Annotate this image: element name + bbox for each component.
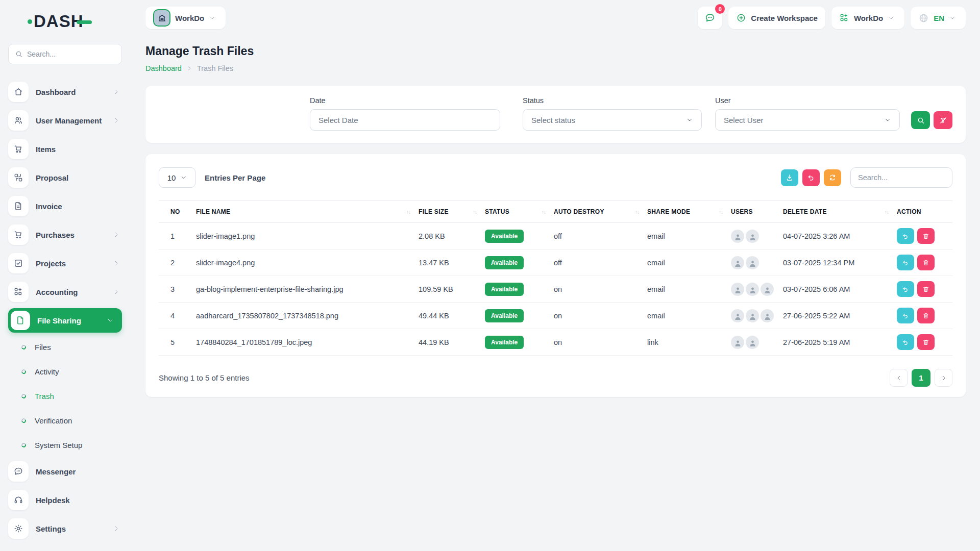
user-avatars [731,309,775,322]
sidebar-item-label: Proposal [36,173,122,182]
entries-per-page-select[interactable]: 10 [159,167,195,188]
globe-icon [918,13,929,23]
table-footer: Showing 1 to 5 of 5 entries 1 [159,369,952,387]
prev-page-button[interactable] [890,369,908,387]
restore-button[interactable] [897,228,914,244]
sidebar-subitem-system-setup[interactable]: System Setup [8,433,122,457]
delete-button[interactable] [917,281,935,297]
chevron-down-icon [888,14,895,21]
chevron-right-icon [113,117,120,124]
table-controls: 10 Entries Per Page [159,167,952,188]
sidebar-subitem-trash[interactable]: Trash [8,384,122,408]
delete-button[interactable] [917,308,935,323]
sidebar-item-label: File Sharing [37,316,100,325]
next-page-button[interactable] [935,369,952,387]
trash-icon [922,259,929,266]
col-file-name[interactable]: FILE NAME↑↓ [192,201,414,223]
cell-file-size: 44.19 KB [414,329,481,356]
app-switcher-button[interactable]: WorkDo [831,7,904,29]
user-select[interactable]: Select User [715,109,900,131]
sidebar-item-label: Messenger [36,467,122,476]
status-badge: Available [485,309,524,322]
status-select[interactable]: Select status [523,109,702,131]
filter-date-group: Date [310,96,500,131]
workspace-name: WorkDo [175,14,204,22]
table-search[interactable] [850,167,952,188]
sidebar-item-proposal[interactable]: Proposal [8,163,122,192]
messenger-button[interactable]: 0 [698,7,722,29]
refresh-button[interactable] [824,169,841,186]
table-row: 2 slider-image4.png 13.47 KB Available o… [159,249,952,276]
sidebar-item-user-management[interactable]: User Management [8,106,122,135]
page-number-active[interactable]: 1 [912,369,930,387]
restore-button[interactable] [897,334,914,350]
table-toolbar [781,167,952,188]
sidebar-item-projects[interactable]: Projects [8,249,122,278]
sidebar-subitem-verification[interactable]: Verification [8,408,122,433]
cell-auto-destroy: off [550,223,643,249]
sidebar-item-file-sharing[interactable]: File Sharing [8,308,122,333]
col-status[interactable]: STATUS↑↓ [481,201,550,223]
sidebar-search[interactable] [8,44,122,64]
col-file-size[interactable]: FILE SIZE↑↓ [414,201,481,223]
delete-button[interactable] [917,255,935,270]
filter-off-icon [939,116,947,124]
restore-button[interactable] [897,255,914,270]
sidebar-item-helpdesk[interactable]: Helpdesk [8,486,122,514]
logo-text: DASH [34,12,84,31]
sidebar-item-purchases[interactable]: Purchases [8,220,122,249]
status-badge: Available [485,230,524,243]
user-avatars [731,336,775,349]
sidebar-search-input[interactable] [27,50,115,58]
workspace-selector[interactable]: WorkDo [145,7,226,29]
clear-filter-button[interactable] [934,111,952,129]
undo-icon [807,173,815,182]
sidebar-subitem-files[interactable]: Files [8,335,122,359]
cart-icon [8,139,29,159]
sidebar-item-invoice[interactable]: Invoice [8,192,122,220]
cart-icon [8,224,29,245]
app-logo[interactable]: DASH [28,11,122,32]
apply-filter-button[interactable] [911,111,930,129]
language-selector[interactable]: EN [911,7,966,29]
breadcrumb: Dashboard Trash Files [145,64,966,72]
export-button[interactable] [781,169,798,186]
trash-icon [922,339,929,346]
create-workspace-button[interactable]: Create Workspace [728,7,825,29]
restore-button[interactable] [897,308,914,323]
chevron-down-icon [884,116,891,123]
date-input[interactable] [318,116,492,124]
col-share-mode[interactable]: SHARE MODE↑↓ [643,201,727,223]
sidebar-item-settings[interactable]: Settings [8,514,122,543]
avatar [731,336,744,349]
main-content: WorkDo 0 Create Workspace WorkDo EN [130,0,980,551]
col-auto-destroy[interactable]: AUTO DESTROY↑↓ [550,201,643,223]
status-badge: Available [485,256,524,269]
date-field[interactable] [310,109,500,131]
restore-icon [902,233,909,240]
col-delete-date[interactable]: DELETE DATE↑↓ [779,201,893,223]
delete-button[interactable] [917,334,935,350]
chat-icon [8,461,29,482]
status-badge: Available [485,336,524,349]
sidebar-item-accounting[interactable]: Accounting [8,278,122,306]
bullet-icon [21,344,27,350]
sort-icon: ↑↓ [542,209,546,215]
sidebar-item-items[interactable]: Items [8,135,122,163]
subitem-label: Verification [35,416,72,425]
restore-button[interactable] [897,281,914,297]
grid-plus-icon [839,13,849,23]
sort-icon: ↑↓ [635,209,639,215]
restore-all-button[interactable] [802,169,820,186]
cell-no: 3 [159,276,192,303]
trash-icon [922,286,929,293]
sidebar-subitem-activity[interactable]: Activity [8,359,122,384]
sidebar-item-dashboard[interactable]: Dashboard [8,78,122,106]
table-search-input[interactable] [858,173,945,182]
sidebar-item-messenger[interactable]: Messenger [8,457,122,486]
cell-file-name: slider-image4.png [192,249,414,276]
delete-button[interactable] [917,228,935,244]
breadcrumb-dashboard-link[interactable]: Dashboard [145,64,182,72]
cell-share-mode: link [643,329,727,356]
avatar [746,309,759,322]
